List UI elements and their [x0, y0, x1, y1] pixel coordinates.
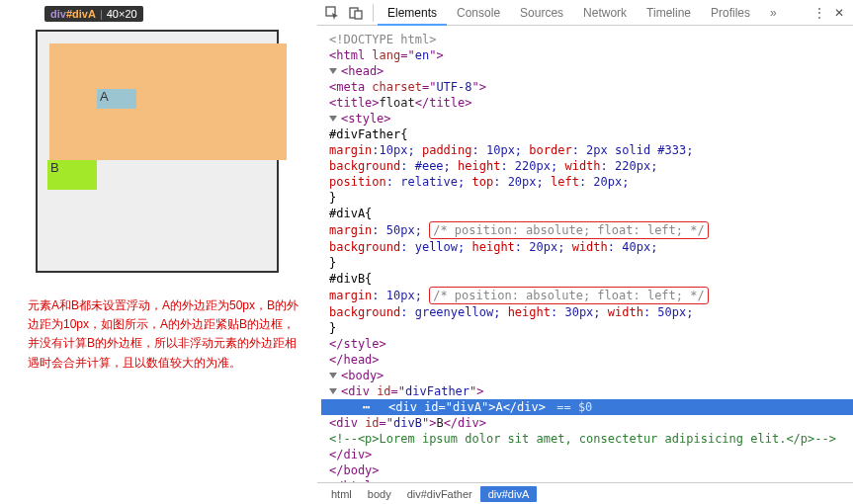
tree-line[interactable]: <head> — [321, 63, 853, 79]
tabs-overflow[interactable]: » — [760, 0, 787, 26]
element-tooltip: div#divA | 40×20 — [44, 6, 143, 22]
tree-line[interactable]: <!DOCTYPE html> — [321, 32, 853, 47]
expand-triangle-icon[interactable] — [329, 373, 337, 378]
div-father-render — [36, 30, 279, 273]
devtools-panel: Elements Console Sources Network Timelin… — [316, 0, 853, 504]
tab-timeline[interactable]: Timeline — [637, 0, 701, 26]
tree-line[interactable]: <meta charset="UTF-8"> — [321, 79, 853, 95]
tree-line[interactable]: } — [321, 320, 853, 336]
tree-line[interactable]: background: yellow; height: 20px; width:… — [321, 239, 853, 255]
tab-profiles[interactable]: Profiles — [701, 0, 760, 26]
tree-line[interactable]: #divB{ — [321, 271, 853, 287]
dom-tree[interactable]: <!DOCTYPE html> <html lang="en"> <head> … — [317, 26, 853, 482]
tooltip-id: #divA — [66, 8, 96, 20]
tree-line[interactable]: } — [321, 190, 853, 206]
expand-triangle-icon[interactable] — [329, 68, 337, 74]
tree-line[interactable]: <body> — [321, 368, 853, 383]
toolbar-divider — [373, 4, 374, 22]
kebab-menu-icon[interactable]: ⋮ — [810, 6, 829, 20]
tree-line[interactable]: <div id="divB">B</div> — [321, 415, 853, 431]
tooltip-dimensions: 40×20 — [107, 8, 137, 20]
tooltip-tag: div — [50, 8, 66, 20]
tab-console[interactable]: Console — [447, 0, 510, 26]
tree-line[interactable]: <style> — [321, 111, 853, 126]
breadcrumb-item[interactable]: body — [360, 486, 399, 502]
breadcrumb-item-active[interactable]: div#divA — [480, 486, 538, 502]
breadcrumb-bar: html body div#divFather div#divA — [317, 482, 853, 504]
tree-line[interactable]: <title>float</title> — [321, 95, 853, 111]
tab-network[interactable]: Network — [573, 0, 637, 26]
rendered-page-preview: div#divA | 40×20 A B 元素A和B都未设置浮动，A的外边距为5… — [0, 0, 316, 504]
tree-line-comment[interactable]: <!--<p>Lorem ipsum dolor sit amet, conse… — [321, 431, 853, 447]
div-a-label: A — [97, 89, 109, 104]
devtools-toolbar: Elements Console Sources Network Timelin… — [317, 0, 853, 26]
device-toggle-icon[interactable] — [345, 2, 367, 24]
tree-line[interactable]: background: #eee; height: 220px; width: … — [321, 158, 853, 174]
expand-triangle-icon[interactable] — [329, 388, 337, 394]
tree-line[interactable]: margin:10px; padding: 10px; border: 2px … — [321, 142, 853, 158]
inspect-icon[interactable] — [321, 2, 343, 24]
gutter-dots-icon[interactable]: ⋯ — [363, 399, 370, 415]
explanation-text: 元素A和B都未设置浮动，A的外边距为50px，B的外边距为10px，如图所示，A… — [28, 296, 304, 373]
tree-line[interactable]: margin: 10px; /* position: absolute; flo… — [321, 287, 853, 304]
div-b-label: B — [47, 160, 59, 175]
div-a-highlight: A — [97, 89, 136, 109]
commented-rule-box: /* position: absolute; float: left; */ — [429, 287, 709, 304]
tree-line[interactable]: </body> — [321, 462, 853, 478]
tree-line[interactable]: #divFather{ — [321, 126, 853, 142]
tree-line[interactable]: <div id="divFather"> — [321, 383, 853, 399]
close-icon[interactable]: ✕ — [829, 6, 849, 20]
tree-line[interactable]: <html lang="en"> — [321, 47, 853, 63]
div-b-render: B — [47, 160, 97, 190]
tree-line[interactable]: #divA{ — [321, 206, 853, 221]
tree-line[interactable]: } — [321, 255, 853, 271]
tree-line-selected[interactable]: ⋯ <div id="divA">A</div> == $0 — [321, 399, 853, 415]
tree-line[interactable]: position: relative; top: 20px; left: 20p… — [321, 174, 853, 190]
commented-rule-box: /* position: absolute; float: left; */ — [429, 221, 709, 239]
tree-line[interactable]: </div> — [321, 447, 853, 462]
tree-line[interactable]: background: greenyellow; height: 30px; w… — [321, 304, 853, 320]
breadcrumb-item[interactable]: div#divFather — [399, 486, 480, 502]
expand-triangle-icon[interactable] — [329, 116, 337, 122]
tree-line[interactable]: </head> — [321, 352, 853, 368]
breadcrumb-item[interactable]: html — [323, 486, 360, 502]
tab-sources[interactable]: Sources — [510, 0, 573, 26]
svg-rect-2 — [355, 11, 362, 19]
tooltip-separator: | — [100, 8, 103, 20]
tree-line[interactable]: margin: 50px; /* position: absolute; flo… — [321, 221, 853, 239]
tree-line[interactable]: </style> — [321, 336, 853, 352]
tab-elements[interactable]: Elements — [378, 0, 447, 26]
